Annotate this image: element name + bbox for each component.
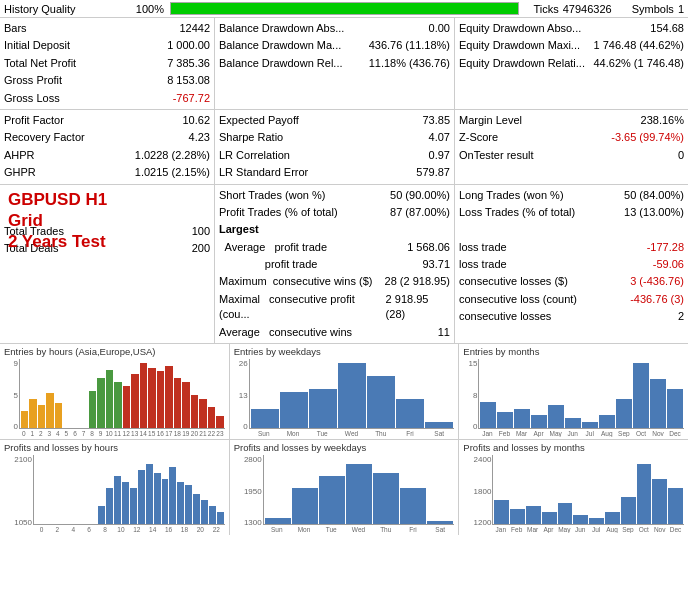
pnl-bar: [122, 482, 129, 524]
margin-level-value: 238.16%: [641, 113, 684, 128]
max-consec-profit-label: Maximal consecutive profit (cou...: [219, 292, 386, 323]
profit-trades-label: Profit Trades (% of total): [219, 205, 338, 220]
total-net-profit-value: 7 385.36: [167, 56, 210, 71]
sharpe-ratio-value: 4.07: [429, 130, 450, 145]
margin-level-label: Margin Level: [459, 113, 522, 128]
bar: [29, 399, 36, 428]
bar-chart: [478, 359, 684, 429]
bar: [599, 415, 615, 428]
bar: [46, 393, 53, 428]
max-consec-wins-value: 28 (2 918.95): [385, 274, 450, 289]
history-quality-value: 100%: [124, 3, 164, 15]
pnl-bar: [589, 518, 604, 524]
bar: [131, 374, 138, 428]
pnl-y-labels: 280019501300: [234, 455, 262, 527]
chart-title: Entries by weekdays: [234, 346, 455, 357]
gross-profit-value: 8 153.08: [167, 73, 210, 88]
gross-loss-label: Gross Loss: [4, 91, 60, 106]
eq-dd-max-value: 1 746.48 (44.62%): [593, 38, 684, 53]
pnl-bar: [400, 488, 426, 524]
pnl-bar: [114, 476, 121, 524]
bal-dd-rel-label: Balance Drawdown Rel...: [219, 56, 343, 71]
bal-dd-abs-label: Balance Drawdown Abs...: [219, 21, 344, 36]
bar: [208, 407, 215, 428]
pnl-bars: [492, 455, 684, 525]
max-consec-loss2-value: -436.76 (3): [630, 292, 684, 307]
avg-profit-label: Average profit trade: [219, 240, 327, 255]
pnl-chart-2: Profits and losses by months240018001200…: [459, 440, 688, 535]
bar: [633, 363, 649, 428]
bar: [191, 395, 198, 428]
bar: [280, 392, 308, 428]
pnl-bar: [621, 497, 636, 524]
chart-title: Entries by hours (Asia,Europe,USA): [4, 346, 225, 357]
bal-dd-rel-value: 11.18% (436.76): [369, 56, 450, 71]
avg-consec-wins-value: 11: [438, 325, 450, 340]
bar: [165, 366, 172, 429]
pnl-bar: [494, 500, 509, 524]
overlay-line1: GBPUSD H1: [8, 189, 107, 210]
bar: [425, 422, 453, 429]
expected-payoff-value: 73.85: [422, 113, 450, 128]
entries-chart-0: Entries by hours (Asia,Europe,USA)950012…: [0, 344, 230, 439]
bar-chart: [19, 359, 225, 429]
pnl-x-labels: 0246810121416182022: [33, 526, 225, 533]
charts-section: Entries by hours (Asia,Europe,USA)950012…: [0, 344, 688, 535]
pnl-chart-title: Profits and losses by weekdays: [234, 442, 455, 453]
pnl-bar: [373, 473, 399, 524]
pnl-bar: [169, 467, 176, 524]
ghpr-label: GHPR: [4, 165, 36, 180]
y-axis-labels: 950: [4, 359, 18, 431]
total-trades-value: 100: [192, 224, 210, 239]
z-score-label: Z-Score: [459, 130, 498, 145]
max-consec-loss-value: 3 (-436.76): [630, 274, 684, 289]
pnl-charts-row: Profits and losses by hours2100105002468…: [0, 440, 688, 535]
overlay-text: GBPUSD H1 Grid 2 Years Test: [8, 189, 107, 253]
pnl-bar: [162, 479, 169, 524]
overlay-line2: Grid: [8, 210, 107, 231]
bar: [38, 405, 45, 428]
pnl-bar: [427, 521, 453, 524]
bar: [199, 399, 206, 428]
pnl-bar: [526, 506, 541, 524]
ahpr-label: AHPR: [4, 148, 35, 163]
bar: [650, 379, 666, 428]
max-consec-wins-label: Maximum consecutive wins ($): [219, 274, 372, 289]
pnl-bar: [652, 479, 667, 524]
pnl-bar: [573, 515, 588, 524]
bar: [548, 405, 564, 428]
bar: [338, 363, 366, 428]
loss-trades-label: Loss Trades (% of total): [459, 205, 575, 220]
bars-value: 12442: [179, 21, 210, 36]
pnl-bar: [637, 464, 652, 524]
eq-dd-abs-value: 154.68: [650, 21, 684, 36]
pnl-bar: [346, 464, 372, 524]
profit-factor-value: 10.62: [182, 113, 210, 128]
avg-consec-wins-label: Average consecutive wins: [219, 325, 352, 340]
loss-trades-value: 13 (13.00%): [624, 205, 684, 220]
bar: [531, 415, 547, 428]
short-trades-label: Short Trades (won %): [219, 188, 325, 203]
x-labels: JanFebMarAprMayJunJulAugSepOctNovDec: [478, 430, 684, 437]
pnl-bars: [263, 455, 455, 525]
pnl-bar: [146, 464, 153, 524]
avg-consec-losses-value: 2: [678, 309, 684, 324]
symbols-value: 1: [678, 3, 684, 15]
top-section: History Quality 100% Ticks 47946326 Symb…: [0, 0, 688, 344]
total-deals-value: 200: [192, 241, 210, 256]
y-axis-labels: 26130: [234, 359, 248, 431]
pnl-bar: [98, 506, 105, 524]
long-trades-label: Long Trades (won %): [459, 188, 564, 203]
lr-std-error-value: 579.87: [416, 165, 450, 180]
bar: [55, 403, 62, 428]
y-axis-labels: 1580: [463, 359, 477, 431]
entries-charts-row: Entries by hours (Asia,Europe,USA)950012…: [0, 344, 688, 440]
pnl-x-labels: JanFebMarAprMayJunJulAugSepOctNovDec: [492, 526, 684, 533]
avg-loss-label: loss trade: [459, 257, 507, 272]
short-trades-value: 50 (90.00%): [390, 188, 450, 203]
bar-chart: [249, 359, 455, 429]
lr-correlation-value: 0.97: [429, 148, 450, 163]
bar: [616, 399, 632, 428]
pnl-bar: [185, 485, 192, 524]
pnl-chart-1: Profits and losses by weekdays2800195013…: [230, 440, 460, 535]
